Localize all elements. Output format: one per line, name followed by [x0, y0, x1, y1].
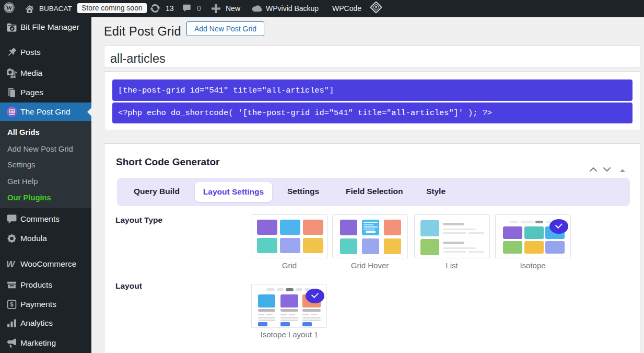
svg-text:$: $ [10, 301, 14, 308]
svg-text:W: W [6, 4, 13, 12]
